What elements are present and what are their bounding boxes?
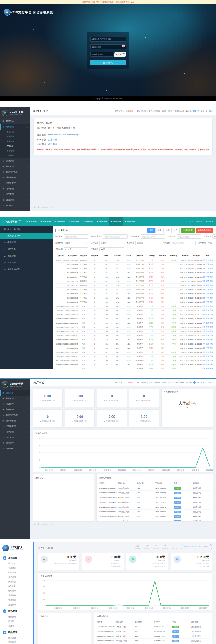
sidebar-item[interactable]: ☰商品订单列表 bbox=[0, 226, 53, 233]
action-link[interactable]: 补单 bbox=[202, 335, 205, 336]
field-link[interactable]: https://www.219ka.com/pay/api bbox=[48, 134, 79, 136]
site-logo[interactable]: ✳ 219发卡网 www.219ka.com bbox=[0, 379, 30, 390]
header-action[interactable]: ✉投诉管理 bbox=[153, 544, 159, 549]
sidebar-item[interactable]: ✦优惠券管理› bbox=[0, 180, 30, 186]
field-link[interactable]: 前往测试 bbox=[48, 143, 57, 146]
sidebar-group-header[interactable]: ◎投诉管理 bbox=[0, 608, 33, 614]
refresh-icon[interactable]: ↻ bbox=[186, 221, 187, 223]
action-link[interactable]: 补单 bbox=[202, 339, 205, 340]
action-link[interactable]: 查看 bbox=[206, 326, 209, 328]
action-link[interactable]: 查看 bbox=[206, 339, 209, 340]
logout-link[interactable]: 退出 bbox=[209, 381, 213, 384]
action-link[interactable]: 删除 bbox=[210, 268, 213, 269]
action-link[interactable]: 删除 bbox=[210, 272, 213, 273]
action-link[interactable]: 删除 bbox=[210, 284, 213, 286]
action-link[interactable]: 查看 bbox=[202, 293, 205, 294]
sidebar-item[interactable]: ➣推广管理› bbox=[0, 192, 30, 197]
home-link[interactable]: 首页 bbox=[190, 220, 194, 223]
sidebar-group-header[interactable]: ▣商品管理 bbox=[0, 629, 33, 636]
filter-input[interactable] bbox=[141, 234, 165, 239]
sidebar-item[interactable]: ◎投诉管理› bbox=[0, 158, 30, 164]
action-link[interactable]: 查看 bbox=[202, 347, 205, 349]
action-link[interactable]: 详情 bbox=[210, 322, 213, 324]
sidebar-item[interactable]: ◎投诉管理 bbox=[0, 239, 53, 246]
site-logo[interactable]: ✳ 219发卡网 www.219ka.com bbox=[0, 107, 30, 118]
settings-link[interactable]: 设置 bbox=[201, 381, 204, 384]
action-link[interactable]: 查看 bbox=[206, 355, 209, 357]
sidebar-item[interactable]: ☰订单管理› bbox=[0, 429, 30, 435]
password-input[interactable] bbox=[90, 44, 126, 49]
action-link[interactable]: 查看 bbox=[202, 284, 205, 286]
action-link[interactable]: 详情 bbox=[210, 326, 213, 328]
action-link[interactable]: 查看 bbox=[206, 351, 209, 353]
action-link[interactable]: 删除 bbox=[210, 276, 213, 278]
sidebar-item[interactable]: ▲用户分析 bbox=[0, 246, 53, 253]
sidebar-subitem[interactable]: 店铺链接 bbox=[0, 153, 30, 158]
action-link[interactable]: 详情 bbox=[210, 309, 213, 311]
nav-item[interactable]: ▤内容管理 bbox=[67, 217, 81, 226]
action-link[interactable]: 查看 bbox=[206, 330, 209, 332]
action-link[interactable]: 查看 bbox=[202, 280, 205, 282]
action-link[interactable]: 删除 bbox=[210, 289, 213, 290]
action-link[interactable]: 详情 bbox=[210, 314, 213, 315]
header-action[interactable]: ➔退出登录 bbox=[172, 544, 177, 549]
sidebar-item[interactable]: ◎投诉管理› bbox=[0, 401, 30, 407]
sidebar-item[interactable]: ◉商家管理▾ bbox=[0, 124, 30, 130]
action-link[interactable]: 详情 bbox=[210, 335, 213, 336]
action-link[interactable]: 查看 bbox=[202, 276, 205, 278]
action-link[interactable]: 补单 bbox=[202, 364, 205, 365]
action-link[interactable]: 补单 bbox=[202, 305, 205, 307]
sidebar-item[interactable]: 申请提现 bbox=[0, 598, 33, 602]
action-link[interactable]: 详情 bbox=[206, 276, 209, 278]
action-link[interactable]: 查看 bbox=[202, 297, 205, 299]
sidebar-item[interactable]: ▤虚拟卡管理› bbox=[0, 175, 30, 180]
action-link[interactable]: 详情 bbox=[210, 259, 213, 261]
nav-item[interactable]: ⊕网关通道 bbox=[53, 217, 67, 226]
sidebar-subitem[interactable]: 商家设置 bbox=[0, 139, 30, 144]
action-link[interactable]: 详情 bbox=[210, 368, 213, 369]
filter-input[interactable] bbox=[171, 241, 196, 245]
action-link[interactable]: 查看 bbox=[206, 318, 209, 319]
action-link[interactable]: 删除 bbox=[210, 280, 213, 282]
action-link[interactable]: 补单 bbox=[202, 326, 205, 328]
sidebar-item[interactable]: 修改密码 bbox=[0, 589, 33, 593]
login-button[interactable]: 立即登入 bbox=[90, 60, 126, 65]
sidebar-item[interactable]: 已处理 bbox=[0, 619, 33, 623]
action-link[interactable]: 详情 bbox=[206, 297, 209, 299]
export-button[interactable]: ⬇ 导出数据 bbox=[181, 228, 194, 233]
action-link[interactable]: 查看 bbox=[202, 272, 205, 273]
sidebar-item[interactable]: 提现列表 bbox=[0, 602, 33, 607]
filter-input[interactable] bbox=[64, 247, 88, 251]
field-link[interactable]: 点击下载 bbox=[48, 138, 57, 141]
nav-item[interactable]: ◔用户管理 bbox=[81, 217, 95, 226]
sidebar-item[interactable]: 商家设置 bbox=[0, 580, 33, 584]
filter-input[interactable] bbox=[103, 234, 128, 239]
sidebar-item[interactable]: 登录日志 bbox=[0, 566, 33, 570]
action-link[interactable]: 删除 bbox=[210, 297, 213, 299]
sidebar-item[interactable]: ▲渠道分析 bbox=[0, 253, 53, 259]
action-link[interactable]: 详情 bbox=[206, 301, 209, 303]
action-link[interactable]: 查看 bbox=[206, 360, 209, 361]
sidebar-item[interactable]: 未处理 bbox=[0, 624, 33, 628]
sidebar-item[interactable]: ◉商家管理› bbox=[0, 396, 30, 401]
admin-user-menu[interactable]: admin ∧ bbox=[206, 221, 213, 223]
action-link[interactable]: 详情 bbox=[206, 289, 209, 290]
range-button[interactable]: 本月 bbox=[155, 228, 163, 233]
action-link[interactable]: 查看 bbox=[202, 301, 205, 303]
sidebar-item[interactable]: ◈商品代理系统› bbox=[0, 412, 30, 418]
action-link[interactable]: 补单 bbox=[202, 351, 205, 353]
header-action[interactable]: ▢官网首页 bbox=[135, 544, 140, 549]
sidebar-subitem[interactable]: API信息 bbox=[0, 144, 30, 149]
sidebar-item[interactable]: 站内消息 bbox=[0, 570, 33, 575]
action-link[interactable]: 补单 bbox=[202, 330, 205, 332]
action-link[interactable]: 详情 bbox=[210, 355, 213, 357]
sidebar-item[interactable]: ☰支付接口订单 bbox=[0, 233, 53, 239]
action-link[interactable]: 查看 bbox=[206, 259, 209, 261]
sidebar-item[interactable]: 微信通知 bbox=[0, 575, 33, 579]
captcha-input[interactable] bbox=[90, 52, 113, 57]
sidebar-item[interactable]: 商户中心 bbox=[0, 561, 33, 566]
delete-invalid-button[interactable]: ✖ 删除无效订单 bbox=[196, 228, 213, 233]
action-link[interactable]: 详情 bbox=[206, 272, 209, 273]
sidebar-subitem[interactable]: 站内消息 bbox=[0, 134, 30, 139]
action-link[interactable]: 查看 bbox=[206, 322, 209, 324]
